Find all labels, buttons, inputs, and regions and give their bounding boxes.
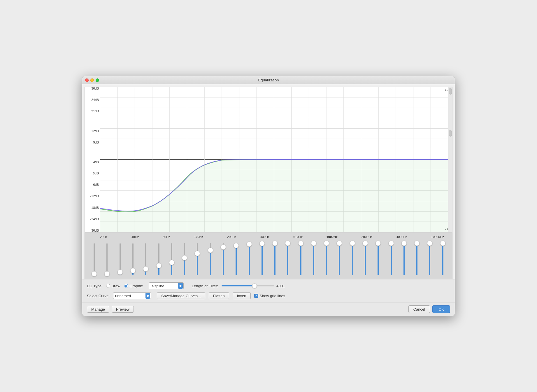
invert-button[interactable]: Invert [233,292,251,299]
eq-chart: 30dB 24dB 21dB 12dB 9dB 3dB 0dB -6dB -12… [85,87,452,232]
cancel-button[interactable]: Cancel [408,305,430,313]
slider-col-3 [114,235,127,276]
filter-length-slider-container: 4001 [222,284,450,288]
traffic-lights [85,78,99,82]
y-label-3: 3dB [85,160,100,164]
slider-track-9[interactable] [197,243,198,275]
slider-track-19[interactable] [326,243,327,275]
save-manage-button[interactable]: Save/Manage Curves... [157,292,205,299]
curve-dropdown[interactable]: unnamed [113,292,151,299]
slider-col-1 [88,235,101,276]
y-label-0: 0dB [85,172,100,175]
slider-track-21[interactable] [352,243,353,275]
arrow-down-icon [179,286,182,287]
slider-col-5 [139,235,152,276]
slider-track-24[interactable] [391,243,392,275]
slider-col-24 [385,235,397,276]
slider-col-9 [191,235,204,276]
slider-col-21 [346,235,359,276]
bspline-dropdown[interactable]: B-spline [149,282,184,289]
radio-draw-circle[interactable] [106,284,110,288]
radio-graphic-dot [125,285,127,287]
preview-button[interactable]: Preview [112,306,134,313]
slider-track-3[interactable] [120,243,121,275]
slider-track-22[interactable] [365,243,366,275]
radio-draw-label: Draw [111,284,120,288]
slider-col-28 [436,235,449,276]
bottom-left-buttons: Manage Preview [87,306,134,313]
slider-col-2 [101,235,113,276]
select-curve-label: Select Curve: [87,294,110,298]
slider-col-15 [268,235,281,276]
filter-length-thumb[interactable] [252,284,257,288]
curve-dropdown-arrow[interactable] [145,293,150,299]
radio-graphic-circle[interactable] [124,284,128,288]
minimize-button[interactable] [90,78,94,82]
y-label-neg30: -30dB [85,229,100,232]
slider-track-7[interactable] [171,243,172,275]
slider-col-12 [230,235,243,276]
slider-track-11[interactable] [223,243,224,275]
slider-col-18 [307,235,320,276]
bspline-label: B-spline [151,284,164,288]
slider-track-10[interactable] [210,243,211,275]
slider-col-16 [281,235,294,276]
close-button[interactable] [85,78,89,82]
slider-track-18[interactable] [313,243,314,275]
show-grid-checkbox[interactable]: ✓ [254,294,258,298]
slider-track-14[interactable] [262,243,263,275]
slider-track-15[interactable] [274,243,275,275]
filter-length-slider[interactable] [222,285,274,286]
controls-row-2: Select Curve: unnamed Save/Manage Curves… [87,292,450,299]
slider-track-5[interactable] [145,243,146,275]
slider-track-25[interactable] [403,243,405,275]
slider-track-8[interactable] [184,243,185,275]
scroll-thumb-top[interactable] [449,88,452,94]
slider-track-16[interactable] [287,243,288,275]
ok-button[interactable]: OK [432,305,450,313]
arrow-up-icon [179,285,182,286]
slider-track-2[interactable] [106,243,108,275]
scroll-thumb-bottom[interactable] [449,130,452,136]
radio-draw[interactable]: Draw [106,284,120,288]
radio-graphic[interactable]: Graphic [124,284,143,288]
titlebar: Equalization [82,76,455,84]
y-label-9: 9dB [85,141,100,144]
slider-col-7 [165,235,178,276]
slider-track-17[interactable] [300,243,301,275]
slider-col-14 [256,235,268,276]
slider-col-27 [423,235,436,276]
y-axis-labels: 30dB 24dB 21dB 12dB 9dB 3dB 0dB -6dB -12… [85,87,100,232]
eq-graph-svg [100,87,448,232]
slider-track-28[interactable] [442,243,443,275]
window-title: Equalization [258,78,279,82]
y-label-21: 21dB [85,110,100,113]
filter-length-label: Length of Filter: [192,284,218,288]
slider-track-27[interactable] [429,243,430,275]
vertical-scrollbar[interactable] [448,87,452,232]
slider-track-4[interactable] [132,243,134,275]
slider-track-26[interactable] [416,243,417,275]
slider-col-23 [372,235,385,276]
y-label-12: 12dB [85,130,100,133]
slider-track-13[interactable] [249,243,250,275]
slider-col-17 [294,235,307,276]
bottom-bar: Manage Preview Cancel OK [82,302,455,316]
slider-track-23[interactable] [378,243,379,275]
slider-track-12[interactable] [236,243,237,275]
y-label-30: 30dB [85,87,100,90]
y-label-neg24: -24dB [85,218,100,221]
flatten-button[interactable]: Flatten [209,292,229,299]
controls-section: EQ Type: Draw Graphic B-spline [82,279,455,302]
slider-track-1[interactable] [94,243,95,275]
manage-button[interactable]: Manage [87,306,109,313]
controls-row-1: EQ Type: Draw Graphic B-spline [87,282,450,289]
slider-track-20[interactable] [339,243,340,275]
slider-track-6[interactable] [158,243,159,275]
slider-col-13 [243,235,255,276]
maximize-button[interactable] [96,78,99,82]
app-window: Equalization 30dB 24dB 21dB 12dB 9dB 3dB… [82,76,455,316]
bspline-dropdown-arrow[interactable] [178,283,183,289]
bottom-right-buttons: Cancel OK [408,305,450,313]
y-label-neg12: -12dB [85,195,100,198]
